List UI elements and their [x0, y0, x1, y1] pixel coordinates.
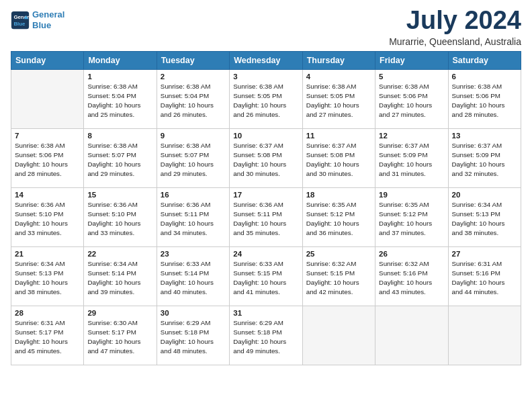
week-row-5: 28Sunrise: 6:31 AMSunset: 5:17 PMDayligh… — [11, 306, 521, 365]
day-info: Sunrise: 6:35 AMSunset: 5:12 PMDaylight:… — [379, 200, 444, 238]
day-cell — [448, 306, 521, 365]
day-cell: 28Sunrise: 6:31 AMSunset: 5:17 PMDayligh… — [11, 306, 84, 365]
week-row-1: 1Sunrise: 6:38 AMSunset: 5:04 PMDaylight… — [11, 69, 521, 128]
day-cell: 6Sunrise: 6:38 AMSunset: 5:06 PMDaylight… — [448, 69, 521, 128]
day-number: 19 — [379, 191, 444, 199]
day-number: 17 — [233, 191, 298, 199]
day-cell: 14Sunrise: 6:36 AMSunset: 5:10 PMDayligh… — [11, 187, 84, 246]
weekday-wednesday: Wednesday — [230, 51, 302, 69]
day-info: Sunrise: 6:38 AMSunset: 5:06 PMDaylight:… — [452, 82, 517, 120]
weekday-thursday: Thursday — [302, 51, 375, 69]
day-number: 28 — [15, 309, 80, 317]
day-number: 30 — [161, 309, 226, 317]
day-info: Sunrise: 6:38 AMSunset: 5:04 PMDaylight:… — [87, 82, 152, 120]
day-cell: 24Sunrise: 6:33 AMSunset: 5:15 PMDayligh… — [230, 246, 302, 306]
day-info: Sunrise: 6:36 AMSunset: 5:11 PMDaylight:… — [233, 200, 298, 238]
day-cell: 31Sunrise: 6:29 AMSunset: 5:18 PMDayligh… — [230, 306, 302, 365]
day-cell: 1Sunrise: 6:38 AMSunset: 5:04 PMDaylight… — [84, 69, 157, 128]
day-number: 27 — [452, 250, 517, 258]
day-cell: 19Sunrise: 6:35 AMSunset: 5:12 PMDayligh… — [375, 187, 448, 246]
logo-blue: Blue — [32, 20, 51, 30]
day-number: 20 — [452, 191, 517, 199]
day-number: 9 — [161, 132, 226, 140]
calendar-table: SundayMondayTuesdayWednesdayThursdayFrid… — [11, 51, 521, 365]
day-info: Sunrise: 6:32 AMSunset: 5:15 PMDaylight:… — [306, 259, 371, 298]
day-cell: 27Sunrise: 6:31 AMSunset: 5:16 PMDayligh… — [448, 246, 521, 306]
day-cell: 3Sunrise: 6:38 AMSunset: 5:05 PMDaylight… — [230, 69, 302, 128]
week-row-3: 14Sunrise: 6:36 AMSunset: 5:10 PMDayligh… — [11, 187, 521, 246]
day-number: 24 — [233, 250, 298, 258]
logo-general: General — [32, 9, 64, 19]
calendar-container: General Blue General Blue July 2024 Mura… — [0, 0, 532, 376]
day-cell: 4Sunrise: 6:38 AMSunset: 5:05 PMDaylight… — [302, 69, 375, 128]
day-number: 18 — [306, 191, 371, 199]
logo-text: General Blue — [32, 9, 64, 30]
day-cell: 2Sunrise: 6:38 AMSunset: 5:04 PMDaylight… — [157, 69, 229, 128]
day-cell: 13Sunrise: 6:37 AMSunset: 5:09 PMDayligh… — [448, 128, 521, 187]
day-info: Sunrise: 6:33 AMSunset: 5:15 PMDaylight:… — [233, 259, 298, 298]
title-block: July 2024 Murarrie, Queensland, Australi… — [389, 7, 521, 47]
day-cell: 9Sunrise: 6:38 AMSunset: 5:07 PMDaylight… — [157, 128, 229, 187]
weekday-sunday: Sunday — [11, 51, 84, 69]
day-number: 25 — [306, 250, 371, 258]
day-number: 2 — [161, 73, 226, 81]
day-cell: 10Sunrise: 6:37 AMSunset: 5:08 PMDayligh… — [230, 128, 302, 187]
day-number: 7 — [15, 132, 80, 140]
day-cell: 16Sunrise: 6:36 AMSunset: 5:11 PMDayligh… — [157, 187, 229, 246]
day-info: Sunrise: 6:29 AMSunset: 5:18 PMDaylight:… — [233, 318, 298, 357]
day-cell: 8Sunrise: 6:38 AMSunset: 5:07 PMDaylight… — [84, 128, 157, 187]
day-info: Sunrise: 6:36 AMSunset: 5:10 PMDaylight:… — [87, 200, 152, 238]
day-number: 21 — [15, 250, 80, 258]
day-info: Sunrise: 6:32 AMSunset: 5:16 PMDaylight:… — [379, 259, 444, 298]
day-cell: 12Sunrise: 6:37 AMSunset: 5:09 PMDayligh… — [375, 128, 448, 187]
day-cell: 25Sunrise: 6:32 AMSunset: 5:15 PMDayligh… — [302, 246, 375, 306]
day-cell: 20Sunrise: 6:34 AMSunset: 5:13 PMDayligh… — [448, 187, 521, 246]
day-number: 29 — [87, 309, 152, 317]
day-info: Sunrise: 6:34 AMSunset: 5:14 PMDaylight:… — [87, 259, 152, 298]
day-info: Sunrise: 6:37 AMSunset: 5:09 PMDaylight:… — [452, 141, 517, 179]
day-info: Sunrise: 6:31 AMSunset: 5:17 PMDaylight:… — [15, 318, 80, 357]
day-number: 13 — [452, 132, 517, 140]
day-number: 22 — [87, 250, 152, 258]
week-row-2: 7Sunrise: 6:38 AMSunset: 5:06 PMDaylight… — [11, 128, 521, 187]
day-number: 11 — [306, 132, 371, 140]
weekday-header-row: SundayMondayTuesdayWednesdayThursdayFrid… — [11, 51, 521, 69]
day-info: Sunrise: 6:38 AMSunset: 5:04 PMDaylight:… — [161, 82, 226, 120]
day-cell: 30Sunrise: 6:29 AMSunset: 5:18 PMDayligh… — [157, 306, 229, 365]
day-cell: 23Sunrise: 6:33 AMSunset: 5:14 PMDayligh… — [157, 246, 229, 306]
week-row-4: 21Sunrise: 6:34 AMSunset: 5:13 PMDayligh… — [11, 246, 521, 306]
day-number: 10 — [233, 132, 298, 140]
day-info: Sunrise: 6:38 AMSunset: 5:07 PMDaylight:… — [161, 141, 226, 179]
day-info: Sunrise: 6:37 AMSunset: 5:08 PMDaylight:… — [233, 141, 298, 179]
day-cell: 22Sunrise: 6:34 AMSunset: 5:14 PMDayligh… — [84, 246, 157, 306]
day-cell: 21Sunrise: 6:34 AMSunset: 5:13 PMDayligh… — [11, 246, 84, 306]
day-cell: 26Sunrise: 6:32 AMSunset: 5:16 PMDayligh… — [375, 246, 448, 306]
day-cell: 15Sunrise: 6:36 AMSunset: 5:10 PMDayligh… — [84, 187, 157, 246]
day-info: Sunrise: 6:33 AMSunset: 5:14 PMDaylight:… — [161, 259, 226, 298]
day-cell: 5Sunrise: 6:38 AMSunset: 5:06 PMDaylight… — [375, 69, 448, 128]
day-info: Sunrise: 6:38 AMSunset: 5:05 PMDaylight:… — [306, 82, 371, 120]
day-number: 15 — [87, 191, 152, 199]
day-number: 26 — [379, 250, 444, 258]
day-number: 3 — [233, 73, 298, 81]
day-info: Sunrise: 6:29 AMSunset: 5:18 PMDaylight:… — [161, 318, 226, 357]
header: General Blue General Blue July 2024 Mura… — [11, 7, 521, 47]
day-info: Sunrise: 6:30 AMSunset: 5:17 PMDaylight:… — [87, 318, 152, 357]
day-info: Sunrise: 6:38 AMSunset: 5:07 PMDaylight:… — [87, 141, 152, 179]
month-title: July 2024 — [389, 7, 521, 35]
location: Murarrie, Queensland, Australia — [389, 36, 521, 47]
logo: General Blue General Blue — [11, 9, 64, 30]
day-number: 23 — [161, 250, 226, 258]
day-number: 5 — [379, 73, 444, 81]
day-info: Sunrise: 6:35 AMSunset: 5:12 PMDaylight:… — [306, 200, 371, 238]
weekday-monday: Monday — [84, 51, 157, 69]
day-cell: 11Sunrise: 6:37 AMSunset: 5:08 PMDayligh… — [302, 128, 375, 187]
day-info: Sunrise: 6:37 AMSunset: 5:08 PMDaylight:… — [306, 141, 371, 179]
day-info: Sunrise: 6:34 AMSunset: 5:13 PMDaylight:… — [15, 259, 80, 298]
day-cell — [11, 69, 84, 128]
day-cell — [375, 306, 448, 365]
day-info: Sunrise: 6:31 AMSunset: 5:16 PMDaylight:… — [452, 259, 517, 298]
day-info: Sunrise: 6:36 AMSunset: 5:10 PMDaylight:… — [15, 200, 80, 238]
day-number: 8 — [87, 132, 152, 140]
day-info: Sunrise: 6:38 AMSunset: 5:06 PMDaylight:… — [379, 82, 444, 120]
